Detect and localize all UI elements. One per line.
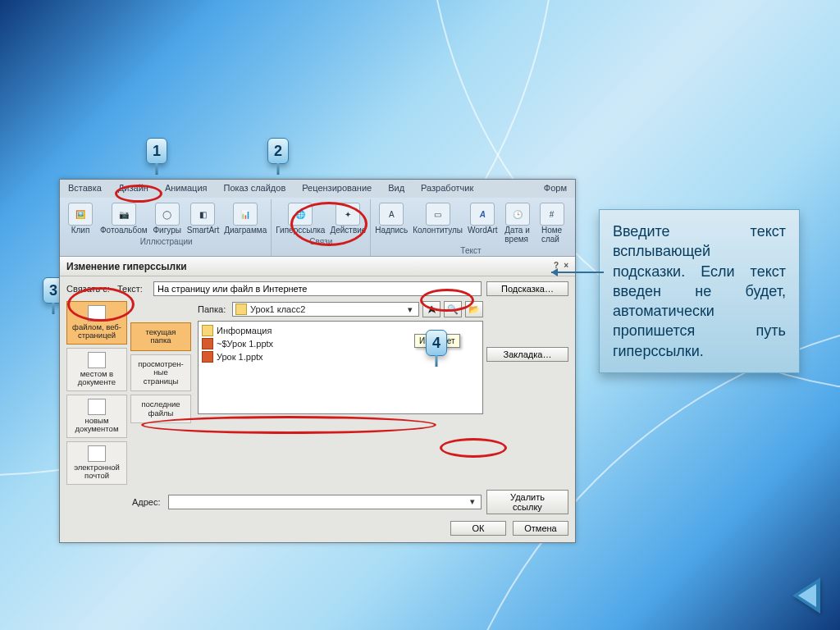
callout-4: 4 [426, 330, 447, 356]
tab-animation[interactable]: Анимация [157, 180, 216, 198]
address-combo[interactable]: ▾ [168, 495, 482, 509]
dialog-help-button[interactable]: ? [554, 261, 559, 272]
folder-icon [235, 304, 247, 315]
textbox-icon: A [379, 203, 404, 226]
ribbon-hyperlink[interactable]: 🌐Гиперссылка [275, 201, 326, 236]
shapes-icon: ◯ [155, 203, 180, 226]
dialog-title: Изменение гиперссылки [66, 261, 187, 272]
browse-panel: текущая папка просмотрен- ные страницы п… [130, 301, 191, 485]
browse-recent-files[interactable]: последние файлы [130, 395, 191, 423]
folder-icon [202, 325, 213, 336]
smartart-icon: ◧ [190, 203, 215, 226]
ribbon-textbox[interactable]: AНадпись [374, 201, 409, 245]
linkto-newdoc[interactable]: новым документом [66, 395, 127, 438]
ribbon-wordart[interactable]: AWordArt [467, 201, 499, 245]
ribbon-shapes[interactable]: ◯Фигуры [152, 201, 183, 236]
action-icon: ✦ [336, 203, 360, 226]
linkto-file-web[interactable]: файлом, веб- страницей [66, 301, 127, 345]
wordart-icon: A [470, 203, 495, 226]
text-label: Текст: [117, 284, 148, 294]
ribbon-datetime[interactable]: 🕒Дата и время [502, 201, 533, 245]
ribbon-chart[interactable]: 📊Диаграмма [223, 201, 267, 236]
tab-developer[interactable]: Разработчик [413, 180, 482, 198]
ribbon-smartart[interactable]: ◧SmartArt [186, 201, 220, 236]
callout-1: 1 [146, 138, 167, 164]
ribbon-tabs: Вставка Дизайн Анимация Показ слайдов Ре… [60, 180, 575, 198]
tab-insert[interactable]: Вставка [60, 180, 110, 198]
cancel-button[interactable]: Отмена [513, 521, 568, 536]
headerfooter-icon: ▭ [426, 203, 450, 226]
pptx-icon [202, 338, 213, 349]
place-icon [88, 352, 106, 368]
ribbon-slidenumber[interactable]: #Номе слай [536, 201, 568, 245]
newdoc-icon [88, 399, 106, 415]
folder-combo[interactable]: Урок1 класс2 ▾ [232, 302, 419, 317]
chevron-down-icon: ▾ [467, 496, 478, 507]
datetime-icon: 🕒 [505, 203, 530, 226]
clip-icon: 🖼️ [68, 203, 93, 226]
bookmark-button[interactable]: Закладка… [486, 347, 568, 362]
linkto-place[interactable]: местом в документе [66, 348, 127, 391]
browse-recent-pages[interactable]: просмотрен- ные страницы [130, 354, 191, 391]
browse-web-button[interactable]: 🔍 [444, 301, 462, 317]
screen-tip-button[interactable]: Подсказка… [486, 281, 568, 296]
linkto-email[interactable]: электронной почтой [66, 441, 127, 485]
callout-2: 2 [267, 138, 289, 164]
chart-icon: 📊 [233, 203, 258, 226]
group-text-label: Текст [460, 246, 481, 255]
folder-label: Папка: [198, 304, 229, 314]
ribbon-clip[interactable]: 🖼️Клип [65, 201, 96, 236]
hyperlink-icon: 🌐 [288, 203, 313, 226]
file-web-icon [88, 305, 106, 322]
chevron-down-icon: ▾ [404, 304, 416, 315]
ribbon-action[interactable]: ✦Действие [329, 201, 367, 236]
group-links-label: Связи [309, 237, 332, 246]
up-folder-button[interactable]: ⮝ [422, 301, 441, 317]
address-label: Адрес: [132, 497, 163, 507]
tab-review[interactable]: Рецензирование [294, 180, 380, 198]
browse-file-button[interactable]: 📂 [465, 301, 483, 317]
app-window: Вставка Дизайн Анимация Показ слайдов Ре… [59, 179, 576, 543]
tab-design[interactable]: Дизайн [110, 180, 157, 198]
ok-button[interactable]: ОК [450, 521, 506, 536]
ribbon-photoalbum[interactable]: 📷Фотоальбом [99, 201, 148, 236]
tab-format[interactable]: Форм [536, 180, 575, 198]
linkto-label: Связать с: [66, 284, 112, 294]
slidenumber-icon: # [540, 203, 564, 226]
display-text-input[interactable] [153, 281, 482, 296]
ribbon-headerfooter[interactable]: ▭Колонтитулы [412, 201, 463, 245]
dialog-close-button[interactable]: × [564, 261, 568, 272]
hyperlink-dialog: Изменение гиперссылки ? × Связать с: Тек… [60, 257, 575, 542]
tab-slideshow[interactable]: Показ слайдов [216, 180, 294, 198]
linkto-panel: файлом, веб- страницей местом в документ… [66, 301, 127, 485]
group-illustrations-label: Иллюстрации [140, 237, 193, 246]
pptx-icon [202, 351, 213, 363]
tab-view[interactable]: Вид [380, 180, 413, 198]
instruction-panel: Введите текст всплывающей подсказки. Есл… [599, 209, 800, 373]
remove-link-button[interactable]: Удалить ссылку [486, 490, 568, 514]
photoalbum-icon: 📷 [112, 203, 136, 226]
email-icon [88, 445, 106, 462]
ribbon: 🖼️Клип 📷Фотоальбом ◯Фигуры ◧SmartArt 📊Ди… [60, 198, 575, 257]
browse-current-folder[interactable]: текущая папка [130, 322, 191, 351]
prev-slide-button[interactable] [792, 578, 820, 614]
